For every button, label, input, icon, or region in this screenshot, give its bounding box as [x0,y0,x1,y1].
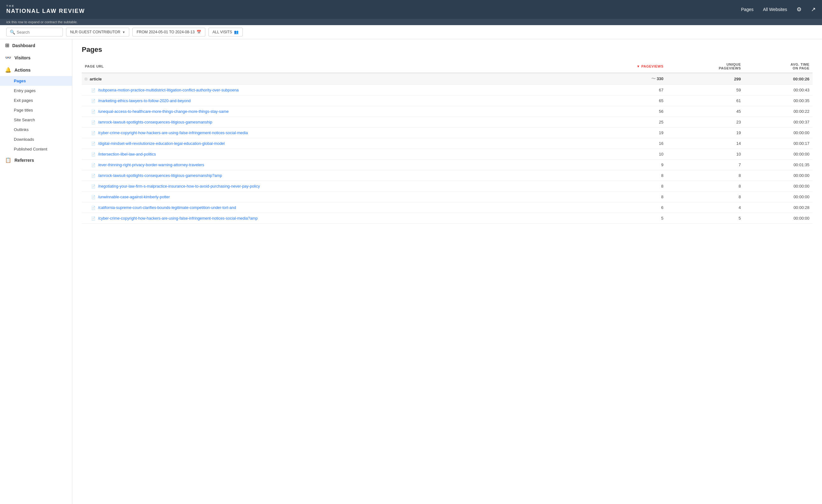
sidebar-sub-page-titles[interactable]: Page titles [0,105,72,115]
page-icon: 📄 [91,110,96,113]
sidebar-item-referrers[interactable]: 📋 Referrers [0,154,72,166]
calendar-icon: 📅 [196,30,201,34]
page-link[interactable]: /unwinnable-case-against-kimberly-potter [98,195,170,199]
table-row: 📄 /ever-thinning-right-privacy-border-wa… [82,160,813,170]
cell-pageviews: 8 [576,170,667,181]
logo-the: THE [6,4,85,8]
sidebar-page-titles-label: Page titles [14,108,33,112]
sidebar-sub-entry-pages[interactable]: Entry pages [0,86,72,96]
page-icon: 📄 [91,206,96,210]
cell-pageviews: 10 [576,149,667,160]
header-navigation: Pages All Websites ⚙ ↗ [741,6,816,13]
cell-page-url: 📄 /cyber-crime-copyright-how-hackers-are… [82,213,576,224]
page-link[interactable]: /subpoena-motion-practice-multidistrict-… [98,88,239,92]
collapse-icon[interactable]: □ [85,77,87,81]
group-unique-pageviews: 299 [667,73,744,85]
cell-pageviews: 67 [576,85,667,96]
cell-avg-time: 00:00:00 [744,181,813,192]
table-group-row[interactable]: □ article 〜 330 299 00:00:26 [82,73,813,85]
sidebar-sub-outlinks[interactable]: Outlinks [0,125,72,134]
page-icon: 📄 [91,131,96,135]
sidebar-visitors-label: Visitors [14,55,30,60]
sidebar-sub-published-content[interactable]: Published Content [0,144,72,154]
cell-page-url: 📄 /marketing-ethics-lawyers-to-follow-20… [82,96,576,106]
date-range-filter-button[interactable]: FROM 2024-05-01 TO 2024-08-13 📅 [132,28,205,36]
contributor-filter-button[interactable]: NLR GUEST CONTRIBUTOR ▼ [66,28,129,36]
sidebar-published-content-label: Published Content [14,147,47,151]
bookmark-icon: 📋 [5,157,11,163]
sidebar-item-visitors[interactable]: 👓 Visitors [0,52,72,64]
sidebar-item-actions[interactable]: 🔔 Actions [0,64,72,76]
page-link[interactable]: /amrock-lawsuit-spotlights-consequences-… [98,120,212,124]
cell-unique-pageviews: 14 [667,138,744,149]
header: THE NATIONAL LAW REVIEW Pages All Websit… [0,0,822,19]
cell-pageviews: 65 [576,96,667,106]
page-link[interactable]: /cyber-crime-copyright-how-hackers-are-u… [98,131,248,135]
cell-avg-time: 00:00:00 [744,192,813,202]
table-row: 📄 /subpoena-motion-practice-multidistric… [82,85,813,96]
visits-label: ALL VISITS [213,30,232,34]
col-header-page-url: PAGE URL [82,60,576,73]
visits-filter-button[interactable]: ALL VISITS 👥 [209,28,243,36]
cell-avg-time: 00:00:22 [744,106,813,117]
sidebar-sub-site-search[interactable]: Site Search [0,115,72,125]
page-link[interactable]: /amrock-lawsuit-spotlights-consequences-… [98,173,222,178]
cell-pageviews: 19 [576,128,667,138]
people-icon: 👥 [234,30,239,34]
page-link[interactable]: /ever-thinning-right-privacy-border-warn… [98,163,204,167]
col-header-avg-time: AVG. TIMEON PAGE [744,60,813,73]
cell-page-url: 📄 /negotiating-your-law-firm-s-malpracti… [82,181,576,192]
nav-dashboard[interactable]: Pages [741,7,754,12]
trend-icon: 〜 [651,76,656,81]
cell-page-url: 📄 /california-supreme-court-clarifies-bo… [82,202,576,213]
nav-all-websites[interactable]: All Websites [763,7,787,12]
sidebar-sub-pages[interactable]: Pages [0,76,72,86]
sidebar-sub-exit-pages[interactable]: Exit pages [0,96,72,105]
search-input[interactable] [17,30,59,35]
page-title: Pages [82,46,813,54]
external-link-icon[interactable]: ↗ [811,6,816,13]
page-link[interactable]: /cyber-crime-copyright-how-hackers-are-u… [98,216,258,221]
cell-unique-pageviews: 8 [667,192,744,202]
cell-unique-pageviews: 45 [667,106,744,117]
page-icon: 📄 [91,120,96,124]
main-content: Pages PAGE URL ▼PAGEVIEWS UNIQUEPAGEVIEW… [72,39,822,504]
search-box[interactable]: 🔍 [6,28,63,36]
table-body: □ article 〜 330 299 00:00:26 📄 /subpoena… [82,73,813,224]
cell-pageviews: 9 [576,160,667,170]
table-row: 📄 /negotiating-your-law-firm-s-malpracti… [82,181,813,192]
dropdown-arrow-icon: ▼ [122,30,125,34]
sidebar-referrers-label: Referrers [14,158,34,163]
tooltip-text: ick this row to expand or contract the s… [6,20,78,24]
page-link[interactable]: /unequal-access-to-healthcare-more-thing… [98,109,229,114]
page-link[interactable]: /negotiating-your-law-firm-s-malpractice… [98,184,260,189]
page-link[interactable]: /marketing-ethics-lawyers-to-follow-2020… [98,99,191,103]
group-label: article [90,77,101,81]
page-icon: 📄 [91,88,96,92]
cell-avg-time: 00:00:28 [744,202,813,213]
page-icon: 📄 [91,174,96,178]
cell-unique-pageviews: 59 [667,85,744,96]
page-link[interactable]: /california-supreme-court-clarifies-boun… [98,205,236,210]
logo-main: NATIONAL LAW REVIEW [6,8,85,15]
sidebar-item-dashboard[interactable]: ⊞ Dashboard [0,39,72,52]
cell-pageviews: 56 [576,106,667,117]
pages-table: PAGE URL ▼PAGEVIEWS UNIQUEPAGEVIEWS AVG.… [82,60,813,224]
page-icon: 📄 [91,163,96,167]
cell-page-url: 📄 /unequal-access-to-healthcare-more-thi… [82,106,576,117]
sidebar-site-search-label: Site Search [14,118,35,122]
page-icon: 📄 [91,142,96,145]
page-icon: 📄 [91,184,96,188]
page-link[interactable]: /digital-mindset-will-revolutionize-educ… [98,141,225,146]
settings-icon[interactable]: ⚙ [797,6,802,13]
cell-page-url: 📄 /unwinnable-case-against-kimberly-pott… [82,192,576,202]
cell-avg-time: 00:00:17 [744,138,813,149]
sidebar-entry-pages-label: Entry pages [14,88,36,93]
grid-icon: ⊞ [5,42,9,48]
col-header-pageviews[interactable]: ▼PAGEVIEWS [576,60,667,73]
cell-avg-time: 00:01:35 [744,160,813,170]
page-link[interactable]: /intersection-libel-law-and-politics [98,152,156,156]
col-header-unique-pageviews: UNIQUEPAGEVIEWS [667,60,744,73]
sidebar-downloads-label: Downloads [14,137,34,142]
sidebar-sub-downloads[interactable]: Downloads [0,134,72,144]
